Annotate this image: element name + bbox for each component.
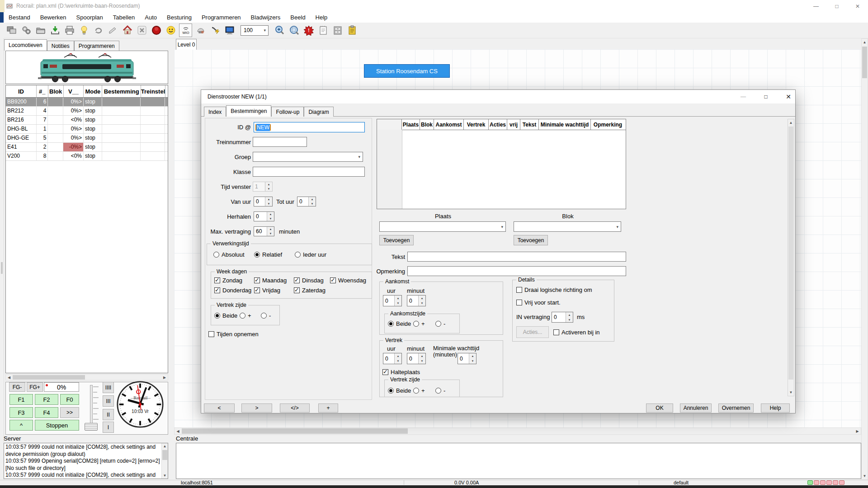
centrale-log[interactable] xyxy=(176,443,861,479)
radio-vertrek-beide[interactable]: Beide xyxy=(388,387,411,394)
canvas-hscrollbar[interactable]: ◀ ▶ xyxy=(174,427,861,435)
checkbox-draai-richting[interactable]: Draai logische richting om xyxy=(516,286,592,293)
f3-button[interactable]: F3 xyxy=(9,407,33,418)
notes-icon[interactable] xyxy=(317,24,329,37)
loco-row[interactable]: DHG-BL10%>stop xyxy=(6,125,168,134)
herhalen-spinner[interactable]: 0▲▼ xyxy=(254,211,274,221)
server-log-vscrollbar[interactable]: ▲ ▼ xyxy=(161,443,168,479)
scroll-thumb[interactable] xyxy=(862,47,867,78)
power-connection-icon[interactable] xyxy=(209,24,221,37)
minimize-button[interactable]: — xyxy=(806,0,826,12)
step-1-button[interactable]: I xyxy=(103,422,114,433)
menu-tabellen[interactable]: Tabellen xyxy=(108,12,140,23)
scroll-thumb[interactable] xyxy=(162,450,167,460)
direction-button[interactable]: ^ xyxy=(9,420,33,431)
plaats-select[interactable]: ▾ xyxy=(379,221,506,232)
dialog-close-button[interactable]: ✕ xyxy=(778,90,799,103)
scroll-down-icon[interactable]: ▼ xyxy=(788,389,794,396)
col-mode[interactable]: Mode xyxy=(84,85,102,97)
clipboard-icon[interactable] xyxy=(346,24,358,37)
menu-bestand[interactable]: Bestand xyxy=(4,12,35,23)
scroll-thumb[interactable] xyxy=(13,375,85,380)
radio-absoluut[interactable]: Absoluut xyxy=(213,251,245,258)
wio-icon[interactable]: WIO xyxy=(179,23,192,37)
loco-row[interactable]: V2008<0%stop xyxy=(6,152,168,161)
reload-loop-icon[interactable] xyxy=(92,24,104,37)
col-id[interactable]: ID xyxy=(6,85,37,97)
zoom-fit-icon[interactable] xyxy=(288,24,300,37)
menu-spoorplan[interactable]: Spoorplan xyxy=(71,12,108,23)
card-index-icon[interactable] xyxy=(331,24,344,37)
f2-button[interactable]: F2 xyxy=(35,394,58,405)
checkbox-donderdag[interactable]: Donderdag xyxy=(214,287,251,294)
zoom-in-icon[interactable] xyxy=(274,24,286,37)
col-treinstel[interactable]: Treinstel xyxy=(141,85,165,97)
close-button[interactable]: ✕ xyxy=(847,0,868,12)
annuleren-button[interactable]: Annuleren xyxy=(680,404,712,413)
col-m[interactable] xyxy=(165,85,168,97)
maximize-button[interactable]: □ xyxy=(826,0,847,12)
max-vertraging-spinner[interactable]: 60▲▼ xyxy=(254,226,274,236)
dialog-minimize-button[interactable]: — xyxy=(733,90,754,103)
add-button[interactable]: + xyxy=(318,404,338,413)
van-uur-spinner[interactable]: 0▲▼ xyxy=(254,197,273,206)
scroll-thumb[interactable] xyxy=(182,428,408,434)
tab-programmeren[interactable]: Programmeren xyxy=(74,41,119,51)
col-blok[interactable]: Blok xyxy=(48,85,64,97)
step-4-button[interactable]: IIII xyxy=(103,382,114,393)
next-button[interactable]: > xyxy=(241,404,272,413)
loco-row[interactable]: BB920060%>stop xyxy=(6,98,168,107)
dialog-maximize-button[interactable]: □ xyxy=(755,90,776,103)
smiley-icon[interactable] xyxy=(165,24,177,37)
toevoegen-plaats-button[interactable]: Toevoegen xyxy=(379,235,414,245)
power-bulb-icon[interactable] xyxy=(78,24,90,37)
aankomst-uur-spinner[interactable]: 0▲▼ xyxy=(383,295,402,306)
loco-hscrollbar[interactable]: ◀ ▶ xyxy=(5,374,168,380)
menu-auto[interactable]: Auto xyxy=(140,12,162,23)
id-input[interactable]: NEW xyxy=(254,122,365,132)
help-button[interactable]: Help xyxy=(761,404,790,413)
throttle-slider-thumb[interactable] xyxy=(85,423,98,431)
blok-select[interactable]: ▾ xyxy=(514,221,621,232)
prev-button[interactable]: < xyxy=(204,404,235,413)
overnemen-button[interactable]: Overnemen xyxy=(718,404,754,413)
scroll-up-icon[interactable]: ▲ xyxy=(788,119,794,126)
monitor-icon[interactable] xyxy=(223,24,236,37)
radio-minus[interactable]: - xyxy=(261,312,271,319)
tekst-input[interactable] xyxy=(407,252,626,262)
splitter-handle[interactable] xyxy=(1,262,3,274)
tab-level-0[interactable]: Level 0 xyxy=(176,39,197,50)
opmerking-input[interactable] xyxy=(407,266,626,276)
checkbox-tijden-opnemen[interactable]: Tijden opnemen xyxy=(208,331,259,338)
tab-index[interactable]: Index xyxy=(204,107,226,117)
wachttijd-spinner[interactable]: 0▲▼ xyxy=(458,353,476,364)
zoom-select[interactable]: 100 ▾ xyxy=(241,25,269,36)
fg-plus-button[interactable]: FG+ xyxy=(27,382,43,392)
tab-locomotieven[interactable]: Locomotieven xyxy=(4,39,47,51)
menu-bewerken[interactable]: Bewerken xyxy=(35,12,71,23)
f0-button[interactable]: F0 xyxy=(60,394,79,405)
menu-bladwijzers[interactable]: Bladwijzers xyxy=(246,12,286,23)
menu-help[interactable]: Help xyxy=(311,12,333,23)
klasse-input[interactable] xyxy=(253,167,365,177)
scroll-thumb[interactable] xyxy=(788,127,793,380)
delete-icon[interactable] xyxy=(136,24,148,37)
loco-row[interactable]: BR2167<0%stop xyxy=(6,116,168,125)
emergency-stop-icon[interactable] xyxy=(150,24,162,37)
fg-minus-button[interactable]: FG- xyxy=(9,382,25,392)
edit-pencil-icon[interactable] xyxy=(107,24,119,37)
home-icon[interactable] xyxy=(121,24,133,37)
tab-notities[interactable]: Notities xyxy=(47,41,74,51)
checkbox-maandag[interactable]: Maandag xyxy=(254,277,287,284)
vertrek-minuut-spinner[interactable]: 0▲▼ xyxy=(407,353,426,364)
col-bestemming[interactable]: Bestemming xyxy=(102,85,141,97)
checkbox-zaterdag[interactable]: Zaterdag xyxy=(294,287,326,294)
stop-button[interactable]: Stoppen xyxy=(35,420,79,431)
checkbox-halteplaats[interactable]: Halteplaats xyxy=(382,369,420,375)
col-v[interactable]: V__ xyxy=(64,85,84,97)
more-functions-button[interactable]: >> xyxy=(60,407,79,418)
checkbox-woensdag[interactable]: Woensdag xyxy=(330,277,366,284)
scroll-down-icon[interactable]: ▼ xyxy=(162,473,168,479)
vertrek-uur-spinner[interactable]: 0▲▼ xyxy=(383,353,402,364)
tab-bestemmingen[interactable]: Bestemmingen xyxy=(226,105,271,117)
